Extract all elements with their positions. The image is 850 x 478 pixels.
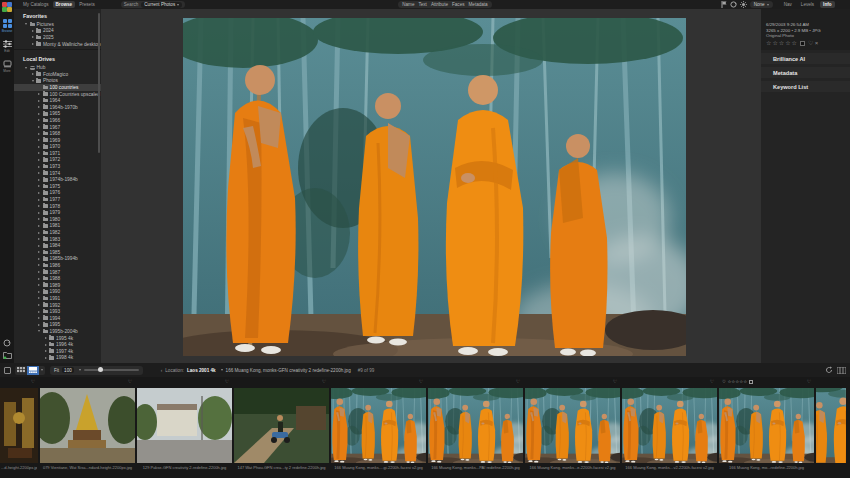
folder-tree-item[interactable]: FotoMagico (14, 71, 101, 78)
folder-tree-item[interactable]: 1977 (14, 196, 101, 203)
chevron-icon[interactable] (37, 238, 42, 240)
chevron-icon[interactable] (37, 258, 42, 260)
rail-item-more[interactable]: More (0, 60, 14, 73)
folder-tree-item[interactable]: Hub (14, 64, 101, 71)
filter-faces[interactable]: Faces (452, 2, 465, 7)
chevron-icon[interactable] (37, 205, 42, 207)
tab-nav[interactable]: Nav (781, 1, 795, 8)
heart-icon[interactable]: ♡ (516, 380, 520, 385)
thumbnail-cell[interactable]: ♡ 147 Wat Phou-GFN crea...ty 2 redefine-… (234, 377, 329, 478)
thumbnail-cell[interactable] (816, 377, 846, 478)
folder-tree-item[interactable]: 1992 (14, 302, 101, 309)
thumbnail-cell[interactable]: ♡ 166 Muang Kong, monks-...gi-2200h-face… (331, 377, 426, 478)
filmstrip-view-button[interactable] (27, 366, 39, 375)
chevron-icon[interactable] (37, 159, 42, 161)
folder-tree-item[interactable]: 1997 4k (14, 348, 101, 355)
folder-tree-item[interactable]: 1985b-1994b (14, 256, 101, 263)
rotate-icon[interactable] (825, 366, 833, 374)
folder-tree-item[interactable]: 1967 (14, 124, 101, 131)
chevron-icon[interactable] (37, 172, 42, 174)
filter-name[interactable]: Name (402, 2, 414, 7)
chevron-icon[interactable] (37, 133, 42, 135)
heart-icon[interactable]: ♡ (225, 380, 229, 385)
back-chevron-icon[interactable]: ‹ (161, 368, 163, 373)
folder-tree-item[interactable]: Photos (14, 78, 101, 85)
chevron-icon[interactable] (37, 317, 42, 319)
section-brilliance-ai[interactable]: Brilliance AI (761, 53, 850, 65)
chevron-icon[interactable] (30, 73, 35, 75)
folder-tree-item[interactable]: 2024 (14, 28, 101, 35)
heart-icon[interactable]: ♡ (322, 380, 326, 385)
heart-icon[interactable]: ♡ (31, 380, 35, 385)
section-metadata[interactable]: Metadata (761, 67, 850, 79)
rail-sync-button[interactable] (0, 339, 14, 347)
chevron-icon[interactable] (37, 212, 42, 214)
heart-icon[interactable]: ♡ (807, 380, 811, 385)
folder-tree-item[interactable]: Monty & Wallniche desktop (14, 41, 101, 48)
thumbnail-cell[interactable]: ♡ ...d-height-2200px.jpg (0, 377, 38, 478)
section-keyword-list[interactable]: Keyword List (761, 81, 850, 93)
chevron-icon[interactable] (37, 100, 42, 102)
thumbnail-cell[interactable]: ♡ 166 Muang Kong, monks-..PAI redefine-2… (428, 377, 523, 478)
flag-filter-icon[interactable] (721, 1, 727, 8)
chevron-icon[interactable] (30, 43, 35, 45)
zoom-slider-knob[interactable] (98, 367, 103, 372)
chevron-icon[interactable] (37, 139, 42, 141)
chevron-icon[interactable] (37, 232, 42, 234)
compare-view-icon[interactable] (4, 367, 11, 374)
chevron-icon[interactable] (37, 199, 42, 201)
chevron-icon[interactable] (43, 337, 48, 339)
heart-icon[interactable]: ♡ (613, 380, 617, 385)
sort-dropdown[interactable]: None (750, 1, 773, 8)
chevron-icon[interactable] (37, 106, 42, 108)
folder-tree-item[interactable]: 1972 (14, 157, 101, 164)
fit-label[interactable]: Fit (54, 368, 59, 373)
heart-icon[interactable]: ♡ (128, 380, 132, 385)
folder-tree-item[interactable]: 1979 (14, 209, 101, 216)
folder-tree-item[interactable]: 1988 (14, 275, 101, 282)
folder-tree-item[interactable]: 1991 (14, 295, 101, 302)
chevron-icon[interactable] (43, 344, 48, 346)
folder-tree-item[interactable]: 1989 (14, 282, 101, 289)
heart-icon[interactable]: ♡ (808, 41, 813, 47)
heart-icon[interactable]: ♡ (419, 380, 423, 385)
zoom-value[interactable]: 100 (62, 367, 74, 373)
chevron-icon[interactable] (37, 218, 42, 220)
chevron-icon[interactable] (24, 23, 29, 25)
tab-presets[interactable]: Presets (76, 1, 98, 8)
filter-attribute[interactable]: Attribute (431, 2, 448, 7)
folder-tree-item[interactable]: 1984 (14, 242, 101, 249)
brightness-icon[interactable] (740, 1, 747, 8)
folder-tree-item[interactable]: 1975 (14, 183, 101, 190)
rail-item-browse[interactable]: Browse (0, 19, 14, 33)
search-bar[interactable]: Search Current Photos (121, 1, 185, 8)
chevron-icon[interactable] (37, 271, 42, 273)
chevron-icon[interactable] (37, 284, 42, 286)
main-photo[interactable] (183, 18, 686, 356)
grid-view-button[interactable] (15, 366, 27, 375)
chevron-icon[interactable] (37, 264, 42, 266)
folder-tree-item[interactable]: 1986 (14, 262, 101, 269)
folder-tree-item[interactable]: 1964b-1970b (14, 104, 101, 111)
folder-tree-item[interactable]: 1995 (14, 322, 101, 329)
folder-tree-item[interactable]: 1981 (14, 223, 101, 230)
folder-tree-item[interactable]: 100 Countries upscaled (14, 91, 101, 98)
color-label-icon[interactable] (800, 41, 805, 46)
chevron-icon[interactable] (37, 225, 42, 227)
folder-tree-item[interactable]: 1974b-1984b (14, 176, 101, 183)
star-rating[interactable]: ☆☆☆☆☆ (766, 41, 798, 47)
folder-tree-item[interactable]: 1982 (14, 229, 101, 236)
sidebar-scrollbar[interactable] (98, 13, 100, 153)
folder-tree-item[interactable]: 1970 (14, 144, 101, 151)
chevron-icon[interactable] (37, 245, 42, 247)
chevron-icon[interactable] (37, 251, 42, 253)
heart-icon[interactable]: ♡ (722, 380, 726, 385)
chevron-icon[interactable] (37, 113, 42, 115)
tab-levels[interactable]: Levels (798, 1, 817, 8)
star-rating[interactable]: ☆☆☆☆☆ (727, 380, 747, 385)
chevron-icon[interactable] (37, 179, 42, 181)
folder-tree-item[interactable]: 1983 (14, 236, 101, 243)
chevron-icon[interactable] (43, 350, 48, 352)
tab-browse[interactable]: Browse (53, 1, 76, 8)
chevron-icon[interactable] (37, 119, 42, 121)
